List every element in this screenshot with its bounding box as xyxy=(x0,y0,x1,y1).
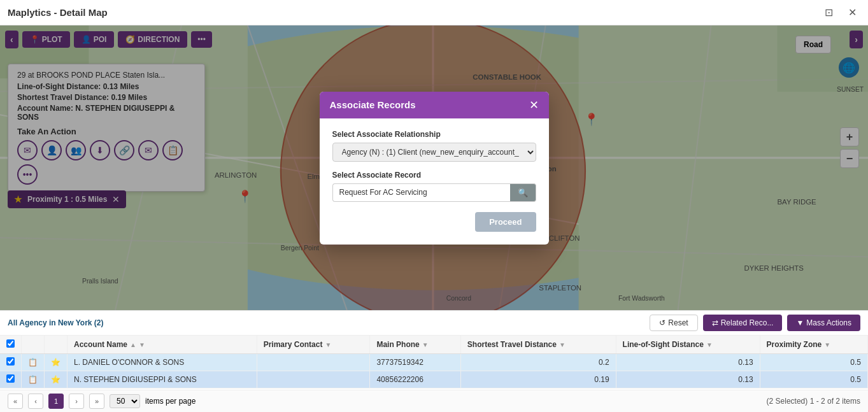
row1-proximity: 0.5 xyxy=(760,354,867,371)
main-container: 439 440 550 📍 📍 📍 📍 📍 CONSTABLE HOOK New… xyxy=(0,25,868,412)
data-table: Account Name ▲ ▼ Primary Contact ▼ xyxy=(0,336,868,388)
std-filter-icon[interactable]: ▼ xyxy=(559,341,566,348)
row2-std: 0.19 xyxy=(460,371,616,388)
bottom-toolbar: All Agency in New York (2) ↺ Reset ⇄ Rel… xyxy=(0,311,868,336)
close-window-button[interactable]: ✕ xyxy=(844,5,860,20)
first-page-button[interactable]: « xyxy=(8,394,23,409)
modal-close-button[interactable]: ✕ xyxy=(529,99,539,111)
phone-col-label: Main Phone xyxy=(376,340,419,349)
next-page-button[interactable]: › xyxy=(69,394,84,409)
reset-icon: ↺ xyxy=(659,318,665,327)
account-filter-icon[interactable]: ▼ xyxy=(139,341,145,348)
page-1-button[interactable]: 1 xyxy=(48,394,64,409)
bottom-panel: All Agency in New York (2) ↺ Reset ⇄ Rel… xyxy=(0,310,868,412)
related-records-button[interactable]: ⇄ Related Reco... xyxy=(703,315,783,331)
row2-account: N. STEPHEN DIGIUSEPPI & SONS xyxy=(68,371,257,388)
table-row: 📋 ⭐ N. STEPHEN DIGIUSEPPI & SONS 4085622… xyxy=(0,371,868,388)
app-title: Maplytics - Detail Map xyxy=(8,7,108,18)
related-icon: ⇄ xyxy=(712,318,718,327)
row2-los: 0.13 xyxy=(616,371,760,388)
mass-label: Mass Actions xyxy=(806,318,851,327)
row1-icon1[interactable]: 📋 xyxy=(22,354,45,371)
contact-filter-icon[interactable]: ▼ xyxy=(325,341,331,348)
los-filter-icon[interactable]: ▼ xyxy=(706,341,713,348)
row1-contact xyxy=(257,354,370,371)
resize-button[interactable]: ⊡ xyxy=(821,5,837,20)
contact-col-label: Primary Contact xyxy=(264,340,323,349)
mass-icon: ▼ xyxy=(796,318,804,327)
row1-icon2[interactable]: ⭐ xyxy=(45,354,68,371)
row2-proximity: 0.5 xyxy=(760,371,867,388)
account-col-label: Account Name xyxy=(74,340,127,349)
row1-los: 0.13 xyxy=(616,354,760,371)
phone-filter-icon[interactable]: ▼ xyxy=(422,341,429,348)
title-bar: Maplytics - Detail Map ⊡ ✕ xyxy=(0,0,868,25)
proceed-button[interactable]: Proceed xyxy=(475,212,536,232)
row1-checkbox-cell xyxy=(0,354,22,371)
col-proximity: Proximity Zone ▼ xyxy=(760,336,867,354)
row2-icon1[interactable]: 📋 xyxy=(22,371,45,388)
std-col-label: Shortest Travel Distance xyxy=(467,340,557,349)
record-input[interactable] xyxy=(332,183,510,202)
record-search-button[interactable]: 🔍 xyxy=(510,183,536,202)
table-container: Account Name ▲ ▼ Primary Contact ▼ xyxy=(0,336,868,390)
col-std: Shortest Travel Distance ▼ xyxy=(460,336,616,354)
related-label: Related Reco... xyxy=(721,318,774,327)
associate-records-modal: Associate Records ✕ Select Associate Rel… xyxy=(320,92,549,245)
table-body: 📋 ⭐ L. DANIEL O'CONNOR & SONS 3773751934… xyxy=(0,354,868,388)
record-input-row: 🔍 xyxy=(332,183,536,202)
prev-page-button[interactable]: ‹ xyxy=(28,394,43,409)
reset-label: Reset xyxy=(668,318,688,327)
modal-footer: Proceed xyxy=(332,212,536,232)
page-size-select[interactable]: 50 xyxy=(110,394,140,408)
row2-contact xyxy=(257,371,370,388)
header-checkbox-cell xyxy=(0,336,22,354)
row1-std: 0.2 xyxy=(460,354,616,371)
select-all-checkbox[interactable] xyxy=(6,339,15,348)
proximity-filter-icon[interactable]: ▼ xyxy=(824,341,830,348)
per-page-label: items per page xyxy=(145,397,196,406)
bottom-toolbar-right: ↺ Reset ⇄ Related Reco... ▼ Mass Actions xyxy=(650,315,860,331)
row1-phone: 37737519342 xyxy=(370,354,460,371)
row1-checkbox[interactable] xyxy=(6,357,15,366)
modal-body: Select Associate Relationship Agency (N)… xyxy=(320,118,549,245)
row1-account: L. DANIEL O'CONNOR & SONS xyxy=(68,354,257,371)
los-col-label: Line-of-Sight Distance xyxy=(623,340,704,349)
mass-actions-button[interactable]: ▼ Mass Actions xyxy=(787,315,860,331)
table-header-row: Account Name ▲ ▼ Primary Contact ▼ xyxy=(0,336,868,354)
last-page-button[interactable]: » xyxy=(89,394,104,409)
pagination-summary: (2 Selected) 1 - 2 of 2 items xyxy=(767,397,860,406)
agency-label: All Agency in New York (2) xyxy=(8,318,103,327)
col-account: Account Name ▲ ▼ xyxy=(68,336,257,354)
proximity-col-label: Proximity Zone xyxy=(767,340,822,349)
col-los: Line-of-Sight Distance ▼ xyxy=(616,336,760,354)
modal-overlay: Associate Records ✕ Select Associate Rel… xyxy=(0,25,868,310)
row2-checkbox-cell xyxy=(0,371,22,388)
title-bar-controls: ⊡ ✕ xyxy=(821,5,860,20)
map-area[interactable]: 439 440 550 📍 📍 📍 📍 📍 CONSTABLE HOOK New… xyxy=(0,25,868,310)
relationship-select[interactable]: Agency (N) : (1) Client (new_new_enquiry… xyxy=(332,143,536,162)
relationship-label: Select Associate Relationship xyxy=(332,130,536,139)
col-icon-2 xyxy=(45,336,68,354)
table-row: 📋 ⭐ L. DANIEL O'CONNOR & SONS 3773751934… xyxy=(0,354,868,371)
modal-title: Associate Records xyxy=(330,99,416,110)
modal-header: Associate Records ✕ xyxy=(320,92,549,118)
table-head: Account Name ▲ ▼ Primary Contact ▼ xyxy=(0,336,868,354)
row2-icon2[interactable]: ⭐ xyxy=(45,371,68,388)
account-sort-icon[interactable]: ▲ xyxy=(130,341,136,348)
col-contact: Primary Contact ▼ xyxy=(257,336,370,354)
title-text: Maplytics - Detail Map xyxy=(8,7,108,18)
col-icon-1 xyxy=(22,336,45,354)
record-label: Select Associate Record xyxy=(332,171,536,180)
col-phone: Main Phone ▼ xyxy=(370,336,460,354)
pagination: « ‹ 1 › » 50 items per page (2 Selected)… xyxy=(0,390,868,412)
row2-phone: 40856222206 xyxy=(370,371,460,388)
row2-checkbox[interactable] xyxy=(6,374,15,383)
reset-button[interactable]: ↺ Reset xyxy=(650,315,697,331)
